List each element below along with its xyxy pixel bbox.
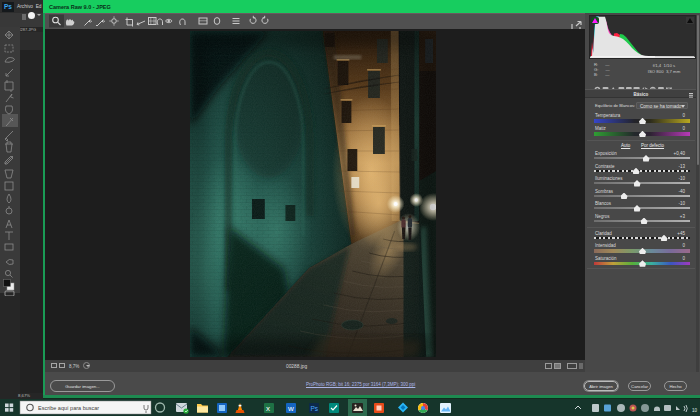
svg-text:Ps: Ps xyxy=(311,405,319,412)
svg-text:Escribe aquí para buscar: Escribe aquí para buscar xyxy=(38,405,99,411)
svg-text:x: x xyxy=(266,404,270,413)
svg-text:w: w xyxy=(287,404,294,413)
svg-text:10: 10 xyxy=(692,408,698,413)
